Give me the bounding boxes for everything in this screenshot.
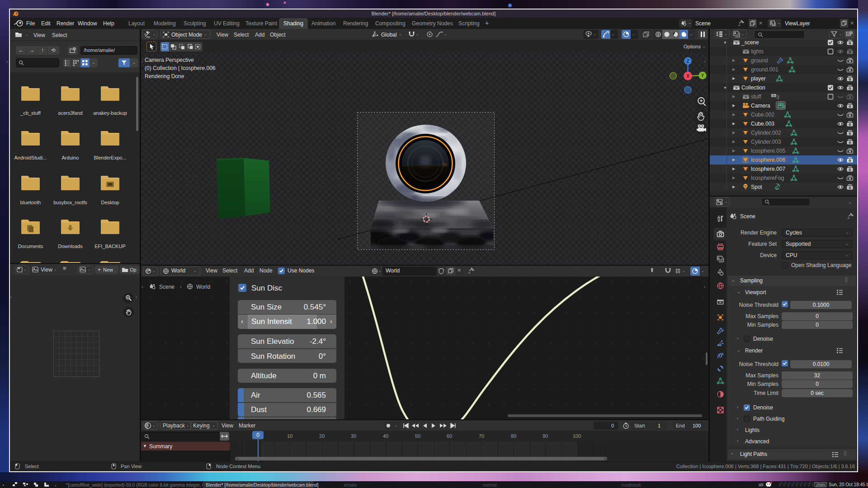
svg-text:Z: Z bbox=[686, 59, 689, 64]
svg-text:X: X bbox=[686, 74, 689, 79]
svg-text:Y: Y bbox=[701, 73, 704, 78]
